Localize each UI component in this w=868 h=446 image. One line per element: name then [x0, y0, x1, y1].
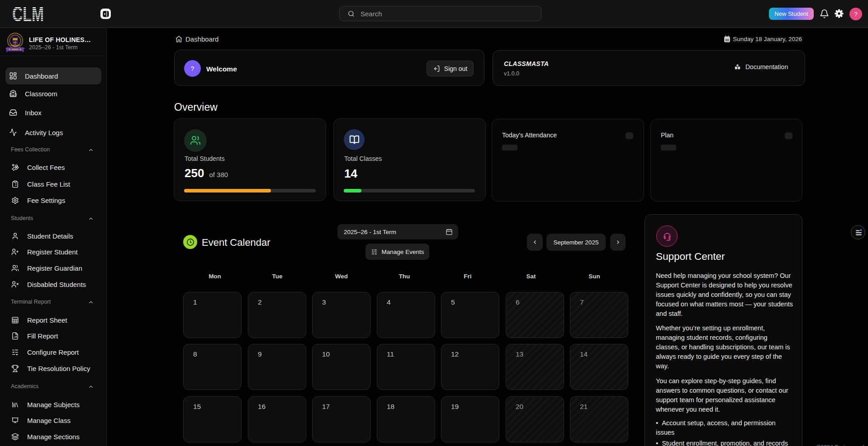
svg-text:CLM: CLM — [12, 5, 44, 22]
